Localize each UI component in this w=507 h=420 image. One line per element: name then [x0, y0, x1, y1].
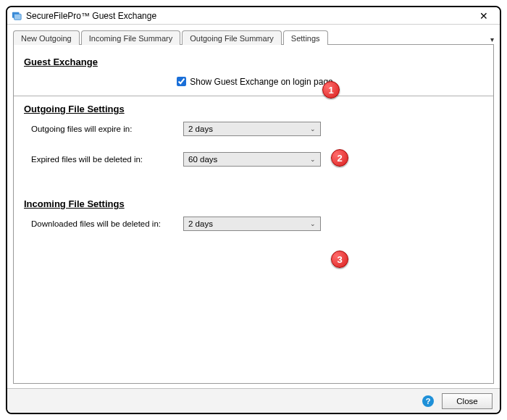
app-window: SecureFilePro™ Guest Exchange ✕ New Outg…: [6, 6, 501, 414]
chevron-down-icon: ⌄: [310, 156, 316, 163]
section-heading-incoming: Incoming File Settings: [24, 198, 483, 209]
window-title: SecureFilePro™ Guest Exchange: [26, 11, 156, 21]
tab-label: Incoming File Summary: [89, 34, 173, 43]
callout-badge-3: 3: [331, 251, 348, 268]
show-on-login-label: Show Guest Exchange on login page: [190, 77, 332, 87]
window-close-button[interactable]: ✕: [472, 7, 495, 25]
close-icon: ✕: [479, 10, 488, 22]
spacer: [24, 174, 483, 194]
footer-bar: ? Close: [7, 388, 500, 413]
tab-label: Settings: [291, 34, 320, 43]
chevron-down-icon: ⌄: [310, 125, 316, 133]
section-heading-guest-exchange: Guest Exchange: [24, 56, 483, 67]
svg-rect-1: [14, 14, 22, 20]
app-icon: [12, 11, 22, 21]
close-button[interactable]: Close: [442, 393, 493, 409]
outgoing-delete-select[interactable]: 60 days ⌄: [183, 152, 321, 167]
tab-new-outgoing[interactable]: New Outgoing: [13, 30, 80, 45]
outgoing-expire-label: Outgoing files will expire in:: [24, 125, 183, 133]
chevron-down-icon: ⌄: [310, 220, 316, 227]
row-incoming-delete: Downloaded files will be deleted in: 2 d…: [24, 217, 483, 231]
help-icon[interactable]: ?: [422, 395, 435, 408]
section-divider: [14, 96, 493, 96]
incoming-delete-select[interactable]: 2 days ⌄: [183, 217, 321, 231]
callout-badge-2: 2: [331, 149, 348, 167]
svg-text:?: ?: [426, 397, 431, 406]
callout-badge-1: 1: [322, 81, 340, 98]
section-heading-outgoing: Outgoing File Settings: [24, 104, 483, 114]
close-button-label: Close: [456, 397, 477, 406]
incoming-delete-value: 2 days: [188, 219, 213, 228]
outgoing-expire-select[interactable]: 2 days ⌄: [183, 122, 321, 136]
row-show-on-login: Show Guest Exchange on login page: [24, 75, 483, 88]
tab-outgoing-summary[interactable]: Outgoing File Summary: [182, 30, 282, 45]
tab-incoming-summary[interactable]: Incoming File Summary: [81, 30, 181, 45]
tab-label: Outgoing File Summary: [190, 34, 274, 43]
settings-panel: Guest Exchange Show Guest Exchange on lo…: [13, 44, 494, 384]
incoming-delete-label: Downloaded files will be deleted in:: [24, 219, 183, 228]
outgoing-delete-value: 60 days: [188, 155, 217, 164]
row-outgoing-delete: Expired files will be deleted in: 60 day…: [24, 152, 483, 167]
tab-overflow-icon[interactable]: ▾: [490, 35, 494, 43]
tab-label: New Outgoing: [21, 34, 72, 43]
outgoing-expire-value: 2 days: [188, 125, 213, 133]
tab-row: New Outgoing Incoming File Summary Outgo…: [13, 29, 494, 45]
outgoing-delete-label: Expired files will be deleted in:: [24, 155, 183, 164]
tab-settings[interactable]: Settings: [283, 30, 328, 45]
show-on-login-checkbox[interactable]: [177, 77, 186, 86]
client-area: New Outgoing Incoming File Summary Outgo…: [7, 25, 500, 388]
row-outgoing-expire: Outgoing files will expire in: 2 days ⌄: [24, 122, 483, 136]
titlebar: SecureFilePro™ Guest Exchange ✕: [7, 7, 500, 25]
